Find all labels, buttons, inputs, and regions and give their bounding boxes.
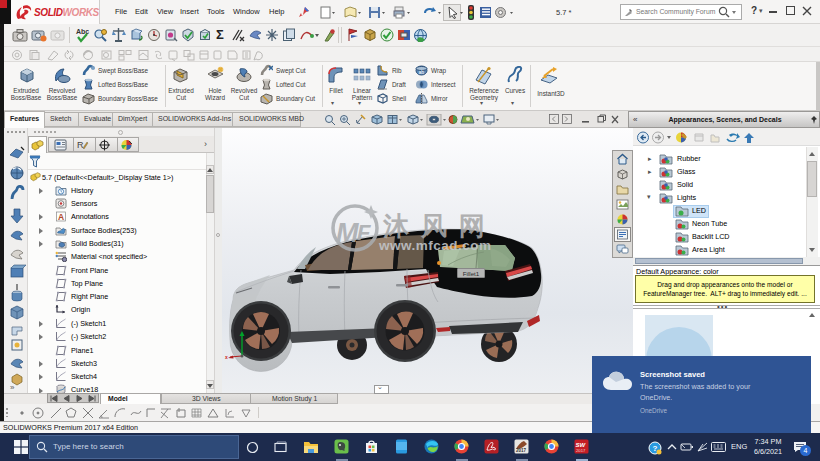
- svg-text:R: R: [77, 140, 84, 150]
- svg-text:Abc: Abc: [76, 28, 89, 35]
- svg-text:M: M: [336, 218, 359, 248]
- svg-text:A: A: [58, 212, 64, 222]
- svg-text:2017: 2017: [516, 448, 527, 453]
- svg-text:www.mfcad.com: www.mfcad.com: [378, 238, 492, 253]
- svg-text:F: F: [357, 220, 371, 245]
- svg-text:2017: 2017: [576, 448, 586, 453]
- svg-text:x: x: [225, 354, 228, 360]
- svg-text:沐风网: 沐风网: [382, 211, 497, 241]
- svg-text:ab: ab: [419, 69, 425, 75]
